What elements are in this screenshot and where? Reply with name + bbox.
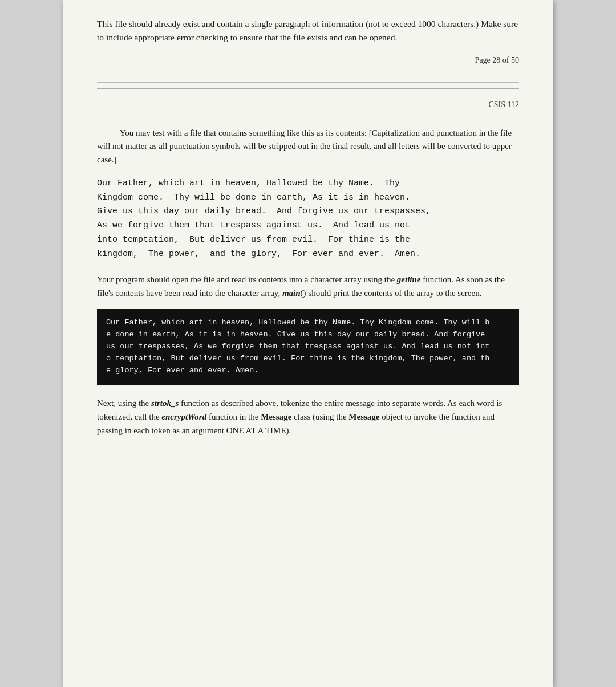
intro-paragraph: This file should already exist and conta…: [97, 17, 519, 44]
terminal-output: Our Father, which art in heaven, Hallowe…: [97, 309, 519, 385]
description-getline: Your program should open the file and re…: [97, 273, 519, 300]
page-container: This file should already exist and conta…: [63, 0, 553, 687]
main-keyword: main: [282, 288, 301, 298]
message-class2: Message: [348, 412, 379, 421]
footer-end: class (using the: [291, 412, 348, 421]
desc1-prefix: Your program should open the file and re…: [97, 275, 397, 284]
page-top-section: This file should already exist and conta…: [97, 17, 519, 83]
prayer-text-mono: Our Father, which art in heaven, Hallowe…: [97, 177, 519, 262]
course-code: CSIS 112: [97, 100, 519, 109]
main-parens: () should print the contents of the arra…: [301, 288, 482, 298]
footer-middle2: function in the: [206, 412, 261, 421]
encryptword-keyword: encryptWord: [161, 412, 206, 421]
section-note: You may test with a file that contains s…: [97, 127, 519, 166]
footer-prefix: Next, using the: [97, 399, 151, 408]
getline-keyword: getline: [397, 275, 421, 284]
message-class: Message: [261, 412, 291, 421]
strtok-keyword: strtok_s: [151, 399, 179, 408]
page-number: Page 28 of 50: [97, 56, 519, 65]
footer-paragraph: Next, using the strtok_s function as des…: [97, 396, 519, 437]
page-divider: [97, 88, 519, 89]
